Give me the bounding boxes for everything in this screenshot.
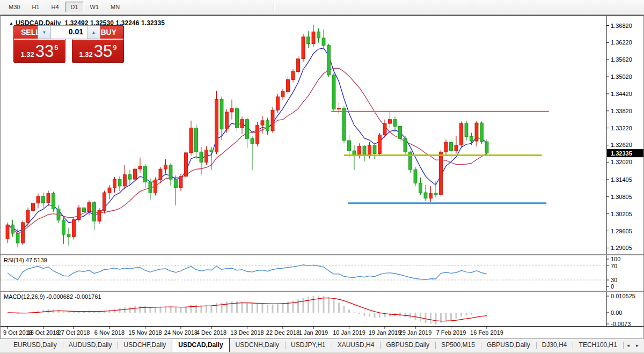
tab-scroll-left-icon[interactable]: ◄ bbox=[624, 343, 633, 348]
date-axis-label: 29 Jan 2019 bbox=[399, 329, 432, 336]
date-axis-label: 4 Dec 2018 bbox=[196, 329, 226, 336]
price-axis-label: 1.29005 bbox=[611, 245, 632, 251]
macd-axis-label: -0.0073 bbox=[611, 321, 631, 326]
toolbar-separator bbox=[274, 2, 275, 12]
sell-price-big: 33 bbox=[35, 43, 54, 60]
volume-spinner: ▼ 0.01 ▲ bbox=[38, 25, 100, 39]
date-axis-label: 13 Dec 2018 bbox=[230, 329, 264, 336]
price-axis-label: 1.33220 bbox=[611, 125, 632, 131]
timeframe-button-w1[interactable]: W1 bbox=[85, 2, 105, 12]
timeframe-button-mn[interactable]: MN bbox=[105, 2, 125, 12]
chart-tab-usdcnh-daily[interactable]: USDCNH,Daily bbox=[230, 339, 285, 352]
collapse-triangle-icon[interactable]: ▲ bbox=[9, 21, 13, 26]
timeframe-button-m30[interactable]: M30 bbox=[3, 2, 25, 12]
chart-tab-eurusd-daily[interactable]: EURUSD,Daily bbox=[8, 339, 63, 352]
chart-tab-bar: EURUSD,DailyAUDUSD,DailyUSDCHF,DailyUSDC… bbox=[0, 338, 644, 352]
date-axis-label: 7 Feb 2019 bbox=[436, 329, 466, 336]
macd-indicator-panel[interactable]: 0.0105250.00-0.0073MACD(12,26,9) -0.0006… bbox=[1, 292, 643, 326]
date-axis[interactable]: 9 Oct 201818 Oct 201827 Oct 20186 Nov 20… bbox=[1, 327, 643, 338]
date-axis-label: 27 Oct 2018 bbox=[58, 329, 90, 336]
price-axis-label: 1.34420 bbox=[611, 91, 632, 97]
sell-price-prefix: 1.32 bbox=[20, 50, 34, 58]
timeframe-button-h1[interactable]: H1 bbox=[26, 2, 45, 12]
chart-tab-usdcad-daily[interactable]: USDCAD,Daily bbox=[172, 338, 229, 352]
buy-price: 1.32 35 9 bbox=[72, 40, 123, 62]
date-axis-label: 22 Dec 2018 bbox=[266, 329, 299, 336]
date-axis-label: 18 Oct 2018 bbox=[27, 329, 60, 336]
status-strip bbox=[0, 352, 644, 354]
one-click-trade-panel: SELL 1.32 33 5 BUY 1.32 35 9 ▼ 0.01 ▲ bbox=[13, 25, 124, 63]
date-axis-label: 16 Feb 2019 bbox=[470, 329, 503, 336]
chart-tab-usdchf-daily[interactable]: USDCHF,Daily bbox=[118, 339, 172, 352]
date-axis-label: 1 Jan 2019 bbox=[299, 329, 328, 336]
buy-price-big: 35 bbox=[94, 43, 112, 60]
price-axis-label: 1.32620 bbox=[611, 142, 632, 148]
chart-tab-gbpusd-daily[interactable]: GBPUSD,Daily bbox=[481, 339, 536, 352]
price-axis-label: 1.30805 bbox=[611, 194, 632, 200]
buy-price-prefix: 1.32 bbox=[79, 50, 92, 58]
price-axis-label: 1.35020 bbox=[611, 73, 632, 80]
rsi-axis-label: 100 bbox=[611, 256, 620, 262]
date-axis-label: 24 Nov 2018 bbox=[164, 329, 197, 336]
volume-increase-icon[interactable]: ▲ bbox=[87, 26, 100, 39]
date-axis-label: 6 Nov 2018 bbox=[94, 329, 125, 336]
sell-price: 1.32 33 5 bbox=[14, 40, 65, 62]
price-axis-label: 1.35620 bbox=[611, 56, 632, 63]
price-axis-label: 1.36820 bbox=[611, 23, 632, 29]
date-axis-label: 19 Jan 2019 bbox=[369, 329, 401, 336]
chart-tab-usdjpy-h1[interactable]: USDJPY,H1 bbox=[285, 339, 331, 352]
chart-tab-sp500-m15[interactable]: SP500,M15 bbox=[435, 339, 481, 352]
buy-price-pip: 9 bbox=[113, 43, 116, 51]
price-axis-label: 1.33820 bbox=[611, 108, 632, 114]
rsi-axis-label: 70 bbox=[611, 263, 617, 269]
price-axis-label: 1.29605 bbox=[611, 228, 632, 234]
macd-label: MACD(12,26,9) -0.000682 -0.001761 bbox=[4, 293, 101, 300]
chart-tab-gbpusd-daily[interactable]: GBPUSD,Daily bbox=[380, 339, 435, 352]
chart-tab-tech100-h1[interactable]: TECH100,H1 bbox=[573, 339, 623, 352]
macd-axis-label: 0.010525 bbox=[611, 293, 635, 299]
date-axis-label: 15 Nov 2018 bbox=[128, 329, 162, 336]
rsi-indicator-panel[interactable]: 10070300RSI(14) 47.5139 bbox=[1, 255, 643, 291]
volume-input[interactable]: 0.01 bbox=[51, 26, 87, 39]
date-axis-label: 10 Jan 2019 bbox=[333, 329, 365, 336]
sell-price-pip: 5 bbox=[54, 43, 58, 51]
timeframe-toolbar: M30H1H4D1W1MN bbox=[0, 0, 644, 14]
price-axis-label: 1.31405 bbox=[611, 176, 632, 183]
chart-tab-dj30-h4[interactable]: DJ30,H4 bbox=[536, 339, 573, 352]
rsi-axis-label: 0 bbox=[611, 283, 614, 290]
chart-window[interactable]: ▲USDCAD,Daily 1.32492 1.32530 1.32246 1.… bbox=[0, 15, 644, 339]
price-axis-label: 1.32020 bbox=[611, 159, 632, 165]
current-price-value: 1.32335 bbox=[611, 150, 632, 157]
rsi-label: RSI(14) 47.5139 bbox=[4, 257, 47, 263]
timeframe-button-h4[interactable]: H4 bbox=[46, 2, 64, 12]
chart-tab-xauusd-h4[interactable]: XAUUSD,H4 bbox=[332, 339, 380, 352]
chart-tab-audusd-daily[interactable]: AUDUSD,Daily bbox=[63, 339, 118, 352]
macd-axis-label: 0.00 bbox=[611, 309, 622, 316]
volume-decrease-icon[interactable]: ▼ bbox=[38, 26, 51, 39]
timeframe-button-d1[interactable]: D1 bbox=[65, 2, 84, 12]
tab-scroll-buttons: ◄ ► bbox=[623, 339, 644, 352]
price-axis-label: 1.30205 bbox=[611, 211, 632, 217]
rsi-line bbox=[8, 265, 487, 280]
rsi-axis-label: 30 bbox=[611, 277, 617, 283]
timeframe-buttons: M30H1H4D1W1MN bbox=[3, 2, 126, 12]
tab-scroll-right-icon[interactable]: ► bbox=[633, 343, 642, 348]
price-axis-label: 1.36220 bbox=[611, 39, 632, 46]
